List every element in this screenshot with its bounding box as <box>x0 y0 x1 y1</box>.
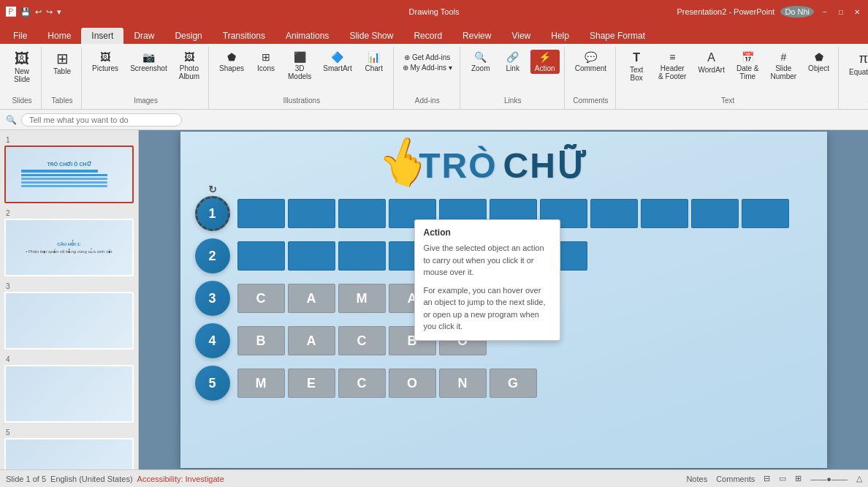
letter-box-5-m[interactable]: M <box>237 369 285 398</box>
3d-models-button[interactable]: ⬛ 3DModels <box>283 50 316 82</box>
tab-home[interactable]: Home <box>37 28 81 44</box>
new-slide-button[interactable]: 🖼 NewSlide <box>7 50 37 85</box>
ribbon-group-links: 🔍 Zoom 🔗 Link ⚡ Action Links <box>462 47 565 109</box>
ribbon-group-images: 🖼 Pictures 📷 Screenshot 🖼 PhotoAlbum Ima… <box>83 47 209 109</box>
tab-slideshow[interactable]: Slide Show <box>339 28 403 44</box>
row-num-btn-2[interactable]: 2 <box>195 238 230 273</box>
tab-record[interactable]: Record <box>403 28 452 44</box>
slide-number-button[interactable]: # SlideNumber <box>766 50 802 82</box>
tab-animations[interactable]: Animations <box>275 28 339 44</box>
photo-album-button[interactable]: 🖼 PhotoAlbum <box>175 50 204 82</box>
header-footer-icon: ≡ <box>669 51 675 63</box>
slide-title-row: TRÒ CHỮ <box>180 145 827 186</box>
row-num-btn-3[interactable]: 3 <box>195 281 230 316</box>
quick-redo[interactable]: ↪ <box>46 7 53 17</box>
table-button[interactable]: ⊞ Table <box>47 50 77 77</box>
quick-customize[interactable]: ▾ <box>57 7 61 17</box>
tab-design[interactable]: Design <box>164 28 212 44</box>
minimize-btn[interactable]: − <box>820 7 830 17</box>
my-addins-button[interactable]: ⊕ My Add-ins ▾ <box>400 63 455 72</box>
letter-box-1-8[interactable] <box>590 199 638 228</box>
letter-box-2-3[interactable] <box>338 241 386 271</box>
chart-button[interactable]: 📊 Chart <box>359 50 389 74</box>
letter-box-1-2[interactable] <box>288 199 335 228</box>
screenshot-button[interactable]: 📷 Screenshot <box>126 50 172 74</box>
tab-file[interactable]: File <box>3 28 37 44</box>
row-num-btn-4[interactable]: 4 <box>195 323 230 358</box>
letter-box-4-b1[interactable]: B <box>237 326 285 355</box>
letter-box-5-e[interactable]: E <box>288 369 335 398</box>
my-addins-icon: ⊕ My Add-ins ▾ <box>403 64 452 72</box>
rotate-handle[interactable]: ↻ <box>208 184 217 195</box>
letter-box-1-10[interactable] <box>691 199 739 228</box>
letter-box-3-c[interactable]: C <box>237 284 285 313</box>
letter-box-5-g[interactable]: G <box>490 369 537 398</box>
letter-box-3-a1[interactable]: A <box>288 284 335 313</box>
header-footer-button[interactable]: ≡ Header& Footer <box>654 50 690 82</box>
slide-thumb-4[interactable]: 4 <box>4 355 134 423</box>
zoom-icon: 🔍 <box>474 51 487 63</box>
quick-undo[interactable]: ↩ <box>35 7 42 17</box>
letter-box-2-2[interactable] <box>288 241 335 271</box>
view-reading-btn[interactable]: ⊞ <box>795 474 802 483</box>
search-input[interactable] <box>21 113 182 127</box>
letter-box-4-c[interactable]: C <box>338 326 386 355</box>
letter-box-1-9[interactable] <box>641 199 688 228</box>
get-addins-button[interactable]: ⊕ Get Add-ins <box>400 53 455 62</box>
tab-view[interactable]: View <box>501 28 541 44</box>
textbox-button[interactable]: T TextBox <box>622 50 651 83</box>
comment-icon: 💬 <box>585 51 597 63</box>
slide-area: TRÒ CHỮ 1 ↻ <box>139 130 868 469</box>
slide-thumb-1[interactable]: 1 TRÒ CHƠI Ô CHỮ <box>4 136 134 203</box>
letter-box-2-1[interactable] <box>237 241 285 271</box>
icons-button[interactable]: ⊞ Icons <box>251 50 281 74</box>
quick-save[interactable]: 💾 <box>20 7 31 17</box>
maximize-btn[interactable]: □ <box>836 7 846 17</box>
close-btn[interactable]: ✕ <box>852 7 862 17</box>
slide-title-right: CHỮ <box>503 145 588 186</box>
letter-box-1-3[interactable] <box>338 199 386 228</box>
action-tooltip: Action Give the selected object an actio… <box>414 219 560 341</box>
row-num-btn-5[interactable]: 5 <box>195 366 230 401</box>
tab-insert[interactable]: Insert <box>81 28 123 44</box>
row-num-btn-1[interactable]: 1 ↻ <box>195 196 230 231</box>
zoom-slider[interactable]: ——●—— <box>810 475 848 483</box>
table-icon: ⊞ <box>56 51 69 66</box>
letter-box-3-m[interactable]: M <box>338 284 386 313</box>
shapes-button[interactable]: ⬟ Shapes <box>215 50 248 74</box>
comments-btn[interactable]: Comments <box>716 475 755 483</box>
tab-transitions[interactable]: Transitions <box>213 28 275 44</box>
tab-help[interactable]: Help <box>541 28 579 44</box>
zoom-button[interactable]: 🔍 Zoom <box>466 50 495 74</box>
tab-review[interactable]: Review <box>452 28 501 44</box>
zoom-level: △ <box>856 474 862 483</box>
wordart-button[interactable]: A WordArt <box>693 50 729 75</box>
slide-thumb-3[interactable]: 3 <box>4 282 134 350</box>
letter-box-4-a[interactable]: A <box>288 326 335 355</box>
link-button[interactable]: 🔗 Link <box>498 50 528 74</box>
slide-thumb-5[interactable]: 5 <box>4 429 134 469</box>
pictures-button[interactable]: 🖼 Pictures <box>88 50 123 74</box>
title-bar-left: 🅿 💾 ↩ ↪ ▾ Drawing Tools <box>6 6 61 18</box>
date-time-button[interactable]: 📅 Date &Time <box>732 50 764 82</box>
view-normal-btn[interactable]: ⊟ <box>764 474 770 483</box>
equation-button[interactable]: π Equation <box>845 50 868 78</box>
ribbon-group-tables: ⊞ Table Tables <box>43 47 82 109</box>
object-button[interactable]: ⬟ Object <box>804 50 834 74</box>
view-slide-btn[interactable]: ▭ <box>779 474 786 483</box>
letter-box-5-n[interactable]: N <box>439 369 487 398</box>
tab-draw[interactable]: Draw <box>123 28 164 44</box>
action-button[interactable]: ⚡ Action <box>530 50 560 74</box>
title-text: Presentation2 - PowerPoint <box>677 7 774 16</box>
letter-box-5-c[interactable]: C <box>338 369 386 398</box>
comment-button[interactable]: 💬 Comment <box>571 50 611 74</box>
tab-shapeformat[interactable]: Shape Format <box>579 28 655 44</box>
letter-box-5-o[interactable]: O <box>389 369 436 398</box>
slide-thumb-2[interactable]: 2 CÂU HỎI 1: • Phân loại quần xã bằng vù… <box>4 209 134 276</box>
smartart-icon: 🔷 <box>331 51 343 63</box>
letter-box-1-11[interactable] <box>742 199 789 228</box>
powerpoint-icon: 🅿 <box>6 6 16 18</box>
smartart-button[interactable]: 🔷 SmartArt <box>319 50 356 74</box>
notes-btn[interactable]: Notes <box>686 475 707 483</box>
letter-box-1-1[interactable] <box>237 199 285 228</box>
